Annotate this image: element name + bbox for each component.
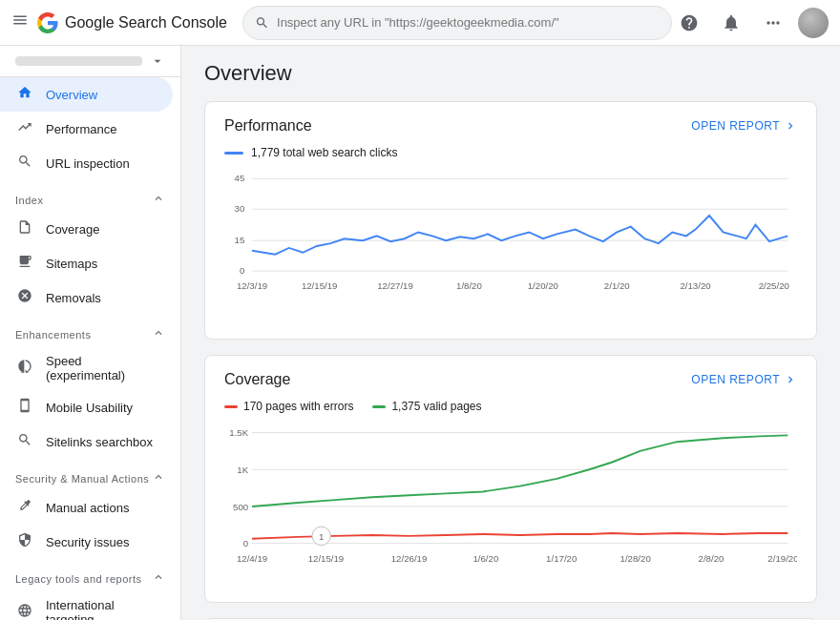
svg-text:12/4/19: 12/4/19 [237, 553, 267, 564]
svg-text:1: 1 [319, 531, 324, 542]
legacy-collapse-icon[interactable] [152, 570, 165, 587]
notifications-icon[interactable] [714, 6, 748, 40]
svg-text:1K: 1K [237, 465, 248, 475]
home-icon [15, 85, 34, 104]
coverage-card: Coverage OPEN REPORT 170 pages with erro… [204, 355, 817, 603]
sidebar-item-international[interactable]: International targeting [0, 590, 173, 620]
sidebar-speed-label: Speed (experimental) [46, 354, 158, 382]
svg-text:1/28/20: 1/28/20 [620, 553, 651, 564]
coverage-open-report-label: OPEN REPORT [691, 373, 780, 386]
coverage-chart: 1.5K 1K 500 0 1 12/4/19 12/15/19 12/26/1… [224, 421, 797, 590]
svg-text:12/26/19: 12/26/19 [391, 553, 428, 564]
svg-text:12/3/19: 12/3/19 [237, 280, 267, 291]
errors-dot [224, 405, 238, 408]
coverage-open-report-btn[interactable]: OPEN REPORT [691, 373, 797, 386]
performance-legend: 1,779 total web search clicks [224, 146, 797, 159]
svg-text:12/27/19: 12/27/19 [377, 280, 413, 291]
app-layout: Overview Performance URL inspection Inde… [0, 46, 840, 620]
svg-text:2/25/20: 2/25/20 [759, 280, 789, 291]
sidebar-security-label: Security issues [46, 535, 129, 549]
sidebar-item-manual-actions[interactable]: Manual actions [0, 490, 173, 525]
svg-text:1/17/20: 1/17/20 [546, 553, 577, 564]
sidebar-manual-label: Manual actions [46, 501, 129, 515]
menu-icon[interactable] [11, 11, 29, 33]
account-selector[interactable] [0, 46, 180, 77]
app-logo: Google Search Console [36, 11, 227, 34]
coverage-icon [15, 219, 34, 238]
valid-dot [372, 405, 386, 408]
help-icon[interactable] [672, 6, 706, 40]
url-inspection-icon [15, 154, 34, 173]
removals-icon [15, 288, 34, 307]
security-section-label: Security & Manual Actions [15, 473, 149, 485]
search-icon [255, 15, 269, 31]
svg-text:0: 0 [240, 265, 244, 276]
svg-text:1/20/20: 1/20/20 [528, 280, 558, 291]
sidebar-item-mobile-usability[interactable]: Mobile Usability [0, 390, 173, 424]
sidebar-item-coverage[interactable]: Coverage [0, 212, 173, 246]
sidebar-removals-label: Removals [46, 291, 101, 305]
header-logo-text: Google Search Console [65, 14, 227, 31]
performance-chart-svg: 45 30 15 0 12/3/19 12/15/19 12/27/19 1/8… [224, 167, 797, 324]
sidebar: Overview Performance URL inspection Inde… [0, 46, 181, 620]
index-collapse-icon[interactable] [152, 192, 165, 208]
sidebar-item-security-issues[interactable]: Security issues [0, 525, 173, 559]
sidebar-item-performance[interactable]: Performance [0, 112, 173, 146]
sidebar-coverage-label: Coverage [46, 222, 99, 237]
sidebar-sitemaps-label: Sitemaps [46, 257, 97, 271]
sidebar-performance-label: Performance [46, 122, 116, 136]
enhancements-section-label: Enhancements [15, 329, 91, 341]
performance-legend-label: 1,779 total web search clicks [251, 146, 397, 159]
header-actions [672, 6, 829, 40]
search-input[interactable] [277, 15, 660, 30]
svg-text:0: 0 [243, 539, 248, 549]
enhancements-collapse-icon[interactable] [152, 326, 165, 342]
svg-text:2/19/20: 2/19/20 [767, 553, 797, 564]
security-collapse-icon[interactable] [152, 470, 165, 486]
apps-icon[interactable] [756, 6, 790, 40]
performance-open-report-btn[interactable]: OPEN REPORT [691, 119, 797, 133]
sidebar-sitelinks-label: Sitelinks searchbox [46, 435, 153, 449]
index-section-label: Index [15, 195, 43, 206]
sitemaps-icon [15, 254, 34, 273]
app-header: Google Search Console [0, 0, 840, 46]
performance-card-header: Performance OPEN REPORT [224, 117, 797, 134]
svg-text:1/8/20: 1/8/20 [456, 280, 482, 291]
search-bar[interactable] [242, 6, 672, 40]
main-content: Overview Performance OPEN REPORT 1,779 t… [181, 46, 840, 620]
international-icon [15, 603, 34, 620]
valid-label: 1,375 valid pages [391, 400, 481, 413]
performance-icon [15, 119, 34, 138]
mobile-icon [15, 398, 34, 417]
performance-chart: 45 30 15 0 12/3/19 12/15/19 12/27/19 1/8… [224, 167, 797, 327]
sidebar-item-sitelinks[interactable]: Sitelinks searchbox [0, 424, 173, 459]
speed-icon [15, 359, 34, 378]
performance-legend-dot [224, 152, 243, 155]
security-icon [15, 532, 34, 551]
svg-text:15: 15 [235, 235, 245, 245]
sidebar-url-label: URL inspection [46, 156, 130, 171]
svg-text:45: 45 [235, 173, 245, 183]
sidebar-overview-label: Overview [46, 88, 97, 102]
open-report-arrow-icon [784, 119, 797, 133]
coverage-errors-legend: 170 pages with errors [224, 400, 353, 413]
svg-text:12/15/19: 12/15/19 [302, 280, 338, 291]
sidebar-item-url-inspection[interactable]: URL inspection [0, 146, 173, 180]
svg-text:1.5K: 1.5K [229, 427, 248, 438]
svg-text:2/8/20: 2/8/20 [699, 553, 724, 564]
sidebar-item-overview[interactable]: Overview [0, 77, 173, 112]
svg-text:2/13/20: 2/13/20 [680, 280, 710, 291]
sidebar-item-removals[interactable]: Removals [0, 280, 173, 315]
svg-text:1/6/20: 1/6/20 [472, 553, 498, 564]
legacy-section-header: Legacy tools and reports [0, 559, 180, 590]
enhancements-section-header: Enhancements [0, 315, 180, 346]
coverage-arrow-icon [784, 373, 797, 386]
sidebar-item-sitemaps[interactable]: Sitemaps [0, 246, 173, 280]
user-avatar[interactable] [798, 8, 829, 38]
coverage-legend: 170 pages with errors 1,375 valid pages [224, 400, 797, 413]
coverage-chart-svg: 1.5K 1K 500 0 1 12/4/19 12/15/19 12/26/1… [224, 421, 797, 588]
svg-text:12/15/19: 12/15/19 [308, 553, 345, 564]
performance-card: Performance OPEN REPORT 1,779 total web … [204, 101, 817, 340]
sidebar-item-speed[interactable]: Speed (experimental) [0, 346, 173, 390]
security-section-header: Security & Manual Actions [0, 459, 180, 490]
